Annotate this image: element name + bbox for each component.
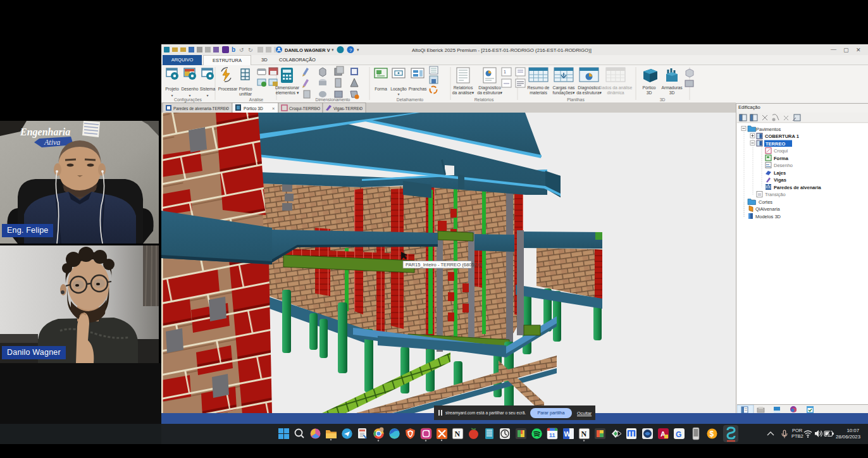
svg-text:Modelos 3D: Modelos 3D [755,214,781,220]
svg-text:Diagnóstico: Diagnóstico [478,85,501,90]
svg-text:unifilar: unifilar [239,92,252,96]
svg-text:✕: ✕ [856,47,861,53]
svg-text:Forma: Forma [774,156,789,161]
svg-text:Pavimentos: Pavimentos [756,127,781,132]
svg-text:Relatórios: Relatórios [474,97,494,102]
svg-text:$: $ [710,430,714,438]
svg-text:×: × [225,106,228,111]
svg-text:Pranchas: Pranchas [409,87,427,91]
svg-text:↺: ↺ [239,47,244,53]
svg-text:×: × [316,106,318,111]
svg-text:▾: ▾ [206,94,208,97]
svg-text:Cortes: Cortes [759,199,772,205]
svg-text:▾: ▾ [171,94,173,97]
svg-text:Armaduras: Armaduras [661,85,683,90]
svg-text:Locação: Locação [390,87,407,92]
svg-text:Forma: Forma [375,87,387,91]
svg-text:▢: ▢ [843,47,849,53]
svg-text:11: 11 [549,432,555,438]
svg-text:Diagnóstico: Diagnóstico [578,85,600,90]
svg-text:Dimensionar: Dimensionar [275,85,300,90]
svg-text:da estrutura▾: da estrutura▾ [477,90,502,95]
svg-text:Dados da análise: Dados da análise [599,85,633,90]
svg-text:Planilhas: Planilhas [567,97,585,102]
svg-text:10:07: 10:07 [846,428,859,433]
svg-text:DANILO WAGNER V: DANILO WAGNER V [285,47,330,53]
svg-text:TERREO: TERREO [766,141,785,147]
svg-text:Ativa: Ativa [44,138,60,147]
svg-text:↻: ↻ [248,47,253,53]
svg-text:G: G [676,430,681,439]
svg-text:Paredes de alvenaria: Paredes de alvenaria [774,185,821,190]
svg-text:da análise▾: da análise▾ [452,90,474,95]
svg-text:×: × [272,106,275,111]
svg-text:POR: POR [792,428,803,433]
svg-text:3D: 3D [660,97,666,102]
svg-text:28/06/2023: 28/06/2023 [836,434,860,440]
svg-text:▾: ▾ [357,47,359,52]
svg-text:da estrutura▾: da estrutura▾ [576,90,602,95]
svg-text:—: — [831,46,836,53]
svg-text:▾: ▾ [332,47,334,52]
svg-text:Cargas nas: Cargas nas [553,85,575,90]
svg-text:Pórtico: Pórtico [642,85,655,90]
svg-text:Relatórios: Relatórios [454,85,473,90]
svg-text:×: × [359,106,361,111]
svg-text:Vigas: Vigas [774,177,786,183]
svg-text:Sistema: Sistema [200,87,216,91]
svg-text:dinâmica: dinâmica [607,90,624,95]
svg-text:1: 1 [504,70,506,74]
svg-text:Resumo de: Resumo de [528,85,550,90]
svg-text:Detalhamento: Detalhamento [397,97,424,102]
svg-text:Processar: Processar [218,87,238,91]
svg-text:Projeto: Projeto [165,87,179,92]
svg-text:N: N [581,430,587,438]
svg-text:Transição: Transição [765,192,786,197]
svg-text:Croqui: Croqui [774,148,788,154]
svg-text:Engenharia: Engenharia [20,127,70,138]
svg-text:Pórtico: Pórtico [239,87,252,91]
svg-text:Análise: Análise [249,97,264,102]
svg-text:3D: 3D [669,90,675,95]
svg-text:AltoQi Eberick 2025 Premium -: AltoQi Eberick 2025 Premium - [216-EST-0… [412,47,592,53]
svg-text:Lajes: Lajes [774,170,786,176]
svg-text:Desenho: Desenho [181,87,198,91]
svg-text:W: W [564,430,571,438]
svg-text:Paredes de alvenaria-TERREO: Paredes de alvenaria-TERREO [173,106,229,111]
svg-text:b: b [232,46,235,53]
svg-text:Configurações: Configurações [174,97,202,102]
svg-text:Dimensionamento: Dimensionamento [316,97,350,102]
svg-text:PTB2: PTB2 [791,433,803,439]
svg-text:materiais: materiais [530,90,547,95]
svg-text:N: N [455,430,461,438]
svg-text:QiAlvenaria: QiAlvenaria [755,206,781,212]
svg-text:elementos ▾: elementos ▾ [276,90,299,95]
svg-text:?: ? [349,47,352,53]
svg-text:3D: 3D [647,90,652,95]
svg-text:COBERTURA 1: COBERTURA 1 [765,133,799,139]
svg-text:▾: ▾ [397,92,399,96]
svg-text:Pórtico 3D: Pórtico 3D [244,106,263,111]
svg-text:fundações▾: fundações▾ [553,90,575,96]
svg-text:Desenho: Desenho [774,163,793,168]
svg-text:PAR15_Inteiro - TERREO (68052.: PAR15_Inteiro - TERREO (68052.0) [406,262,483,268]
